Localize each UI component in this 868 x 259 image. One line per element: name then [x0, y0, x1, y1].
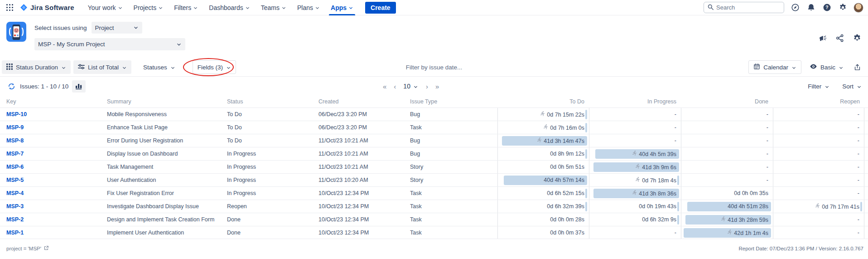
duration-bar: [585, 123, 587, 132]
announcement-icon[interactable]: [818, 34, 827, 43]
table-row: MSP-4Fix User Registration ErrorIn Progr…: [0, 186, 868, 200]
project-value: MSP - My Scrum Project: [38, 41, 105, 48]
duration-value: 0d 8h 9m 12s: [550, 147, 584, 160]
nav-item-apps[interactable]: Apps: [325, 0, 359, 15]
duration-cell: 41d 3h 9m 6s: [589, 161, 681, 173]
app-switcher-icon[interactable]: [4, 2, 15, 14]
page-size-value: 10: [403, 83, 410, 90]
report-settings-gear-icon[interactable]: [853, 34, 862, 43]
issue-key-link[interactable]: MSP-6: [6, 161, 107, 173]
prev-page-button[interactable]: ‹: [394, 83, 395, 90]
table-body: MSP-10Mobile ResponsivenessTo Do06/Dec/2…: [0, 108, 868, 239]
sort-label: Sort: [842, 83, 854, 90]
duration-cell: -: [589, 108, 681, 121]
nav-item-projects[interactable]: Projects: [128, 0, 169, 15]
sort-dropdown[interactable]: Sort: [842, 83, 862, 90]
issue-key-link[interactable]: MSP-3: [6, 200, 107, 213]
issue-source-dropdown[interactable]: Project: [92, 22, 142, 34]
nav-item-filters[interactable]: Filters: [169, 0, 203, 15]
global-search[interactable]: [704, 2, 784, 13]
duration-value: -: [767, 108, 768, 121]
table-row: MSP-7Display Issue on DashboardIn Progre…: [0, 147, 868, 160]
duration-bar: [860, 202, 862, 211]
chevron-down-icon: [825, 84, 829, 89]
duration-cell: 0d 0h 0m 28s: [497, 213, 589, 226]
duration-cell: 0d 0h 5m 51s: [497, 161, 589, 173]
page-size-dropdown[interactable]: 10: [403, 83, 418, 90]
table-header-row: KeySummaryStatusCreatedIssue TypeTo DoIn…: [0, 96, 868, 108]
chart-view-button[interactable]: [72, 80, 86, 93]
issue-created: 10/Oct/23 12:34 PM: [318, 200, 410, 213]
issue-key-link[interactable]: MSP-4: [6, 187, 107, 200]
issue-status: In Progress: [227, 187, 318, 200]
duration-value: -: [858, 174, 859, 186]
column-header-key[interactable]: Key: [6, 98, 107, 105]
duration-value: -: [858, 226, 859, 239]
nav-item-your-work[interactable]: Your work: [82, 0, 128, 15]
issue-source-value: Project: [95, 24, 114, 31]
jql-link[interactable]: project = 'MSP': [6, 245, 49, 252]
issue-key-link[interactable]: MSP-2: [6, 213, 107, 226]
notifications-bell-icon[interactable]: [806, 3, 816, 13]
column-header-done[interactable]: Done: [681, 98, 773, 105]
issue-status: To Do: [227, 121, 318, 134]
duration-value: -: [767, 161, 768, 173]
issue-key-link[interactable]: MSP-10: [6, 108, 107, 121]
issue-type: Bug: [410, 147, 497, 160]
filter-dropdown[interactable]: Filter: [808, 83, 829, 90]
settings-gear-icon[interactable]: [838, 3, 848, 13]
issue-date-filter-input[interactable]: Filter by issue date...: [0, 64, 868, 71]
runner-icon: [543, 122, 549, 134]
duration-value: 40d 4h 5m 39s: [632, 147, 676, 160]
issue-created: 11/Oct/23 10:21 AM: [318, 161, 410, 173]
help-icon[interactable]: ?: [822, 3, 832, 13]
column-header-created[interactable]: Created: [318, 98, 410, 105]
nav-item-dashboards[interactable]: Dashboards: [203, 0, 256, 15]
chevron-down-icon: [245, 5, 250, 10]
duration-cell: -: [773, 187, 864, 200]
issue-key-link[interactable]: MSP-7: [6, 147, 107, 160]
create-button[interactable]: Create: [365, 2, 396, 14]
search-input[interactable]: [716, 4, 771, 11]
duration-cell: 0d 7h 18m 4s: [589, 174, 681, 186]
jira-logo[interactable]: Jira Software: [17, 4, 81, 11]
issue-status: Reopen: [227, 200, 318, 213]
project-dropdown[interactable]: MSP - My Scrum Project: [34, 38, 185, 50]
user-avatar[interactable]: [854, 3, 863, 13]
duration-bar: [585, 149, 587, 159]
nav-item-teams[interactable]: Teams: [256, 0, 292, 15]
duration-cell: -: [773, 161, 864, 173]
external-link-icon: [43, 245, 49, 252]
share-icon[interactable]: [835, 34, 844, 43]
issue-summary: User Authentication: [107, 174, 227, 186]
issue-status: Done: [227, 213, 318, 226]
issue-key-link[interactable]: MSP-9: [6, 121, 107, 134]
svg-text:?: ?: [825, 5, 828, 10]
column-header-status[interactable]: Status: [227, 98, 318, 105]
next-page-button[interactable]: ›: [426, 83, 428, 90]
duration-value: -: [675, 226, 676, 239]
duration-value: 0d 6h 32m 9s: [642, 213, 676, 226]
duration-cell: 42d 1h 1m 4s: [681, 226, 773, 239]
issue-key-link[interactable]: MSP-5: [6, 174, 107, 186]
last-page-button[interactable]: »: [435, 83, 439, 90]
column-header-to-do[interactable]: To Do: [497, 98, 589, 105]
first-page-button[interactable]: «: [383, 83, 386, 90]
refresh-icon[interactable]: [6, 81, 16, 91]
duration-bar: [677, 202, 679, 211]
runner-icon: [815, 200, 820, 213]
discover-icon[interactable]: [790, 3, 800, 13]
issue-created: 11/Oct/23 10:21 AM: [318, 147, 410, 160]
column-header-in-progress[interactable]: In Progress: [589, 98, 681, 105]
issue-key-link[interactable]: MSP-1: [6, 226, 107, 239]
column-header-summary[interactable]: Summary: [107, 98, 227, 105]
duration-cell: 0d 7h 15m 22s: [497, 108, 589, 121]
issue-status: Done: [227, 226, 318, 239]
issue-key-link[interactable]: MSP-8: [6, 134, 107, 147]
issue-created: 06/Dec/23 3:20 PM: [318, 121, 410, 134]
nav-item-plans[interactable]: Plans: [292, 0, 325, 15]
column-header-reopen[interactable]: Reopen: [773, 98, 864, 105]
duration-cell: -: [681, 174, 773, 186]
column-header-issue-type[interactable]: Issue Type: [410, 98, 497, 105]
runner-icon: [632, 148, 637, 160]
